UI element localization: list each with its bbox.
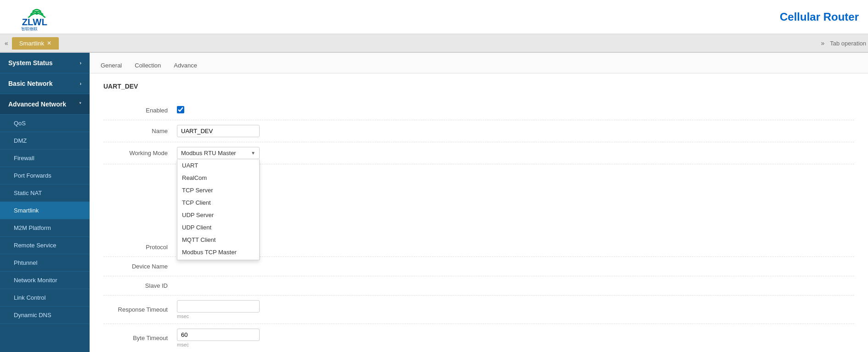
working-mode-selected-label: Modbus RTU Master	[181, 150, 236, 156]
option-modbus-tcp-slave[interactable]: Modbus TCP Slave	[177, 258, 259, 260]
main-layout: System Status › Basic Network › Advanced…	[0, 53, 868, 352]
byte-timeout-hint: msec	[177, 342, 854, 347]
sidebar-sub-item-dmz[interactable]: DMZ	[0, 132, 90, 150]
option-udp-client[interactable]: UDP Client	[177, 221, 259, 234]
option-realcom[interactable]: RealCom	[177, 172, 259, 184]
sidebar-sub-item-dynamic-dns[interactable]: Dynamic DNS	[0, 307, 90, 324]
tab-label: Smartlink	[19, 40, 44, 47]
tab-operation-label: Tab operation	[830, 40, 866, 47]
sidebar-sub-item-qos[interactable]: QoS	[0, 115, 90, 132]
tab-collection[interactable]: Collection	[133, 58, 163, 73]
enabled-control	[177, 106, 854, 115]
response-timeout-input[interactable]	[177, 300, 260, 313]
header-title: Cellular Router	[780, 11, 859, 23]
option-mqtt-client[interactable]: MQTT Client	[177, 234, 259, 246]
sidebar-sub-item-firewall[interactable]: Firewall	[0, 150, 90, 167]
sidebar-item-basic-network[interactable]: Basic Network ›	[0, 73, 90, 94]
response-timeout-label: Response Timeout	[103, 306, 177, 313]
svg-text:智联物联: 智联物联	[21, 27, 38, 31]
form-row-name: Name	[103, 120, 854, 142]
option-modbus-tcp-master[interactable]: Modbus TCP Master	[177, 246, 259, 258]
sidebar-item-label: System Status	[8, 59, 52, 67]
form-row-slave-id: Slave ID	[103, 276, 854, 296]
response-timeout-control: msec	[177, 300, 854, 319]
name-input[interactable]	[177, 125, 260, 137]
enabled-checkbox[interactable]	[177, 106, 184, 113]
option-tcp-client[interactable]: TCP Client	[177, 196, 259, 209]
tab-advance[interactable]: Advance	[172, 58, 199, 73]
byte-timeout-input[interactable]	[177, 329, 260, 341]
form-row-enabled: Enabled	[103, 101, 854, 120]
sidebar-sub-item-network-monitor[interactable]: Network Monitor	[0, 272, 90, 289]
svg-point-0	[35, 12, 38, 15]
sidebar-sub-item-static-nat[interactable]: Static NAT	[0, 184, 90, 202]
sidebar-sub-item-port-forwards[interactable]: Port Forwards	[0, 167, 90, 184]
form-row-working-mode: Working Mode Modbus RTU Master ▼ UART Re…	[103, 142, 854, 164]
tab-nav-right[interactable]: »	[818, 39, 827, 47]
working-mode-control: Modbus RTU Master ▼ UART RealCom TCP Ser…	[177, 147, 854, 159]
name-control	[177, 125, 854, 137]
tab-bar: « Smartlink ✕ » Tab operation	[0, 34, 868, 53]
tab-nav-left[interactable]: «	[2, 39, 11, 47]
slave-id-label: Slave ID	[103, 282, 177, 289]
main-content: General Collection Advance UART_DEV Enab…	[90, 53, 868, 352]
sub-tabs: General Collection Advance	[90, 53, 868, 73]
sidebar-item-advanced-network[interactable]: Advanced Network ˅	[0, 94, 90, 115]
sidebar-sub-item-phtunnel[interactable]: Phtunnel	[0, 254, 90, 272]
sidebar-item-label: Basic Network	[8, 80, 52, 87]
form-area: UART_DEV Enabled Name Working Mode	[90, 73, 868, 352]
response-timeout-hint: msec	[177, 313, 854, 319]
working-mode-dropdown[interactable]: Modbus RTU Master ▼ UART RealCom TCP Ser…	[177, 147, 260, 159]
byte-timeout-label: Byte Timeout	[103, 335, 177, 341]
option-tcp-server[interactable]: TCP Server	[177, 184, 259, 196]
section-title: UART_DEV	[103, 83, 854, 94]
protocol-label: Protocol	[103, 244, 177, 251]
form-row-response-timeout: Response Timeout msec	[103, 296, 854, 324]
header: ZLWL 智联物联 Cellular Router	[0, 0, 868, 34]
chevron-right-icon: ›	[80, 61, 81, 66]
sidebar-item-system-status[interactable]: System Status ›	[0, 53, 90, 73]
tab-bar-right: » Tab operation	[818, 39, 866, 47]
form-row-byte-timeout: Byte Timeout msec	[103, 324, 854, 352]
working-mode-select-btn[interactable]: Modbus RTU Master ▼	[177, 147, 260, 159]
chevron-down-icon: ▼	[251, 151, 255, 156]
working-mode-menu: UART RealCom TCP Server TCP Client UDP S…	[177, 159, 260, 260]
sidebar-sub-item-m2m-platform[interactable]: M2M Platform	[0, 219, 90, 237]
option-udp-server[interactable]: UDP Server	[177, 209, 259, 221]
device-name-label: Device Name	[103, 263, 177, 270]
byte-timeout-control: msec	[177, 329, 854, 347]
sidebar: System Status › Basic Network › Advanced…	[0, 53, 90, 352]
tab-close-button[interactable]: ✕	[47, 40, 51, 46]
option-uart[interactable]: UART	[177, 159, 259, 172]
svg-text:ZLWL: ZLWL	[22, 17, 47, 27]
logo-area: ZLWL 智联物联	[9, 3, 64, 31]
sidebar-sub-item-smartlink[interactable]: Smartlink	[0, 202, 90, 219]
enabled-label: Enabled	[103, 107, 177, 114]
logo-icon: ZLWL 智联物联	[9, 3, 64, 31]
name-label: Name	[103, 128, 177, 134]
sidebar-item-label: Advanced Network	[8, 101, 66, 108]
sidebar-sub-item-link-control[interactable]: Link Control	[0, 289, 90, 307]
chevron-right-icon: ›	[80, 81, 81, 86]
working-mode-label: Working Mode	[103, 150, 177, 156]
chevron-down-icon: ˅	[79, 102, 81, 107]
tab-general[interactable]: General	[99, 58, 124, 73]
sidebar-sub-item-remote-service[interactable]: Remote Service	[0, 237, 90, 254]
tab-item-smartlink[interactable]: Smartlink ✕	[12, 37, 59, 50]
